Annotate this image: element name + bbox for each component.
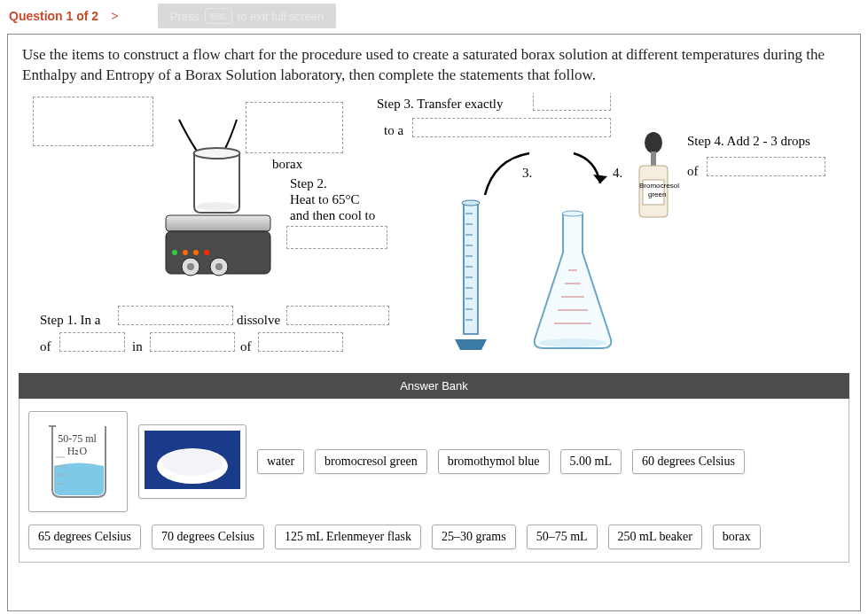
- bank-item-bromothymol-blue[interactable]: bromothymol blue: [438, 449, 550, 474]
- label-4: 4.: [613, 166, 622, 181]
- bank-item-water[interactable]: water: [257, 449, 304, 474]
- dropper-bottle-icon: [630, 130, 676, 228]
- svg-rect-4: [166, 215, 270, 231]
- step1-pre: Step 1. In a: [40, 313, 100, 328]
- erlenmeyer-flask-icon: [524, 208, 622, 355]
- drop-borax-image[interactable]: [246, 102, 343, 153]
- bank-item-70c[interactable]: 70 degrees Celsius: [152, 525, 264, 549]
- step1-of2: of: [240, 339, 252, 354]
- answer-bank: 50-75 ml H₂O water bromocresol green bro…: [19, 399, 849, 563]
- drop-step4-indicator[interactable]: [707, 157, 825, 176]
- drop-step3-volume[interactable]: [533, 93, 611, 111]
- answer-bank-row-2: 65 degrees Celsius 70 degrees Celsius 12…: [28, 525, 840, 549]
- answer-bank-header: Answer Bank: [19, 373, 849, 399]
- svg-point-12: [193, 250, 199, 255]
- bank-item-borax[interactable]: borax: [713, 525, 761, 549]
- bank-item-250ml-beaker[interactable]: 250 mL beaker: [608, 525, 702, 549]
- esc-hint-post: to exit full screen: [238, 10, 325, 23]
- bank-item-125ml-flask[interactable]: 125 mL Erlenmeyer flask: [275, 525, 421, 549]
- step3-line1: Step 3. Transfer exactly: [377, 97, 503, 112]
- bank-item-borax-image[interactable]: [138, 424, 246, 499]
- step2-label-line1: Step 2.: [290, 176, 327, 191]
- svg-point-28: [562, 211, 583, 216]
- svg-point-16: [462, 200, 480, 206]
- drop-step1-mass[interactable]: [286, 306, 389, 325]
- drop-step1-solute[interactable]: [59, 332, 125, 352]
- svg-point-35: [645, 132, 662, 153]
- bank-item-5ml[interactable]: 5.00 mL: [560, 449, 622, 474]
- drop-step1-volume[interactable]: [150, 332, 235, 352]
- svg-point-2: [194, 148, 240, 159]
- step2-label-line2: Heat to 65°C: [290, 192, 360, 207]
- bromo-bottle-label2: green: [648, 190, 666, 198]
- question-panel: Use the items to construct a flow chart …: [7, 34, 861, 611]
- beaker-h2o-text: H₂O: [67, 445, 88, 457]
- bank-item-bromocresol-green[interactable]: bromocresol green: [315, 449, 427, 474]
- beaker-vol-text: 50-75 ml: [58, 432, 97, 445]
- svg-point-11: [183, 250, 188, 255]
- exit-fullscreen-hint: Press esc to exit full screen: [158, 4, 336, 28]
- step2-label-line3: and then cool to: [290, 208, 375, 223]
- drop-step1-container[interactable]: [118, 306, 233, 325]
- borax-label: borax: [272, 157, 302, 172]
- answer-bank-row-1: 50-75 ml H₂O water bromocresol green bro…: [28, 411, 840, 512]
- graduated-cylinder-icon: [450, 198, 492, 355]
- bromo-bottle-label1: Bromocresol: [639, 182, 679, 190]
- esc-key-icon: esc: [205, 8, 232, 24]
- svg-rect-15: [464, 203, 478, 334]
- esc-hint-pre: Press: [170, 10, 199, 23]
- step1-of: of: [40, 339, 51, 354]
- bank-item-60c[interactable]: 60 degrees Celsius: [632, 449, 745, 474]
- svg-point-34: [539, 338, 606, 347]
- svg-point-10: [172, 250, 177, 255]
- flowchart-area: borax Step 2. Heat to 65°C and then cool…: [8, 93, 860, 373]
- svg-marker-14: [593, 175, 607, 183]
- next-question-chevron[interactable]: >: [111, 9, 119, 24]
- svg-point-13: [204, 250, 209, 255]
- borax-powder-icon: [145, 431, 240, 489]
- drop-step2-temp[interactable]: [286, 226, 387, 249]
- top-bar: Question 1 of 2 > Press esc to exit full…: [0, 0, 868, 34]
- bank-item-50-75ml[interactable]: 50–75 mL: [527, 525, 598, 549]
- label-3: 3.: [522, 166, 532, 181]
- step4-of: of: [687, 164, 699, 179]
- drop-step1-solvent[interactable]: [258, 332, 343, 352]
- step4-line1: Step 4. Add 2 - 3 drops: [687, 134, 810, 149]
- svg-point-45: [162, 449, 223, 476]
- svg-rect-36: [651, 152, 656, 167]
- step1-in: in: [132, 339, 143, 354]
- instructions-text: Use the items to construct a flow chart …: [8, 35, 860, 93]
- step3-toa: to a: [384, 123, 403, 138]
- drop-step1-image-left[interactable]: [33, 97, 153, 146]
- beaker-water-icon: 50-75 ml H₂O: [35, 417, 120, 502]
- drop-step3-container[interactable]: [412, 118, 611, 137]
- svg-point-9: [215, 263, 223, 270]
- bank-item-65c[interactable]: 65 degrees Celsius: [28, 525, 141, 549]
- question-counter: Question 1 of 2: [9, 9, 98, 23]
- bank-item-25-30g[interactable]: 25–30 grams: [432, 525, 516, 549]
- svg-point-3: [197, 202, 238, 211]
- bank-item-beaker-image[interactable]: 50-75 ml H₂O: [28, 411, 128, 512]
- step1-dissolve: dissolve: [237, 313, 280, 328]
- svg-point-7: [187, 263, 194, 270]
